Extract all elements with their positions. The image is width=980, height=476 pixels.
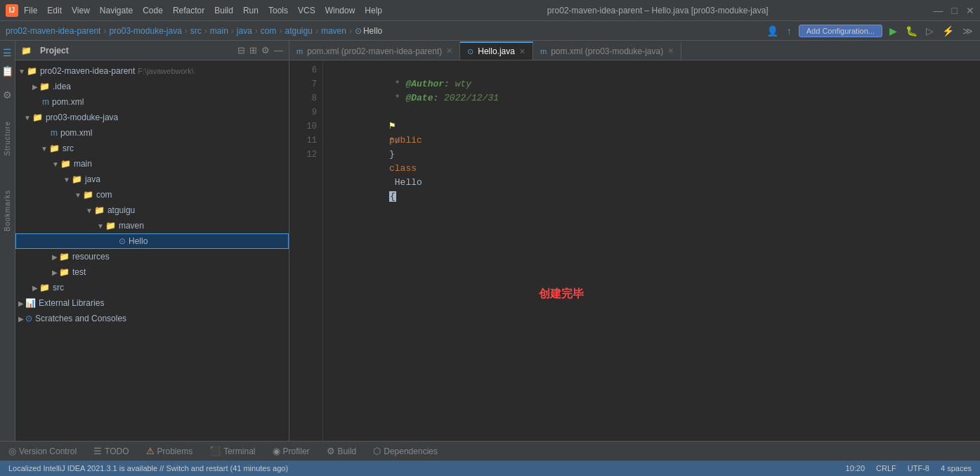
code-line-11: } (334, 134, 980, 148)
tree-external-libs[interactable]: ▶ 📊 External Libraries (15, 295, 289, 311)
menu-build[interactable]: Build (214, 6, 233, 15)
maven-arrow[interactable]: ▼ (97, 222, 104, 230)
tree-main[interactable]: ▼ 📁 main (15, 156, 289, 172)
menu-window[interactable]: Window (325, 6, 355, 15)
bottom-tab-profiler[interactable]: ◉ Profiler (270, 442, 313, 461)
bookmarks-label[interactable]: Bookmarks (4, 190, 11, 231)
menu-edit[interactable]: Edit (47, 6, 62, 15)
bottom-tab-version-control[interactable]: ◎ Version Control (6, 442, 79, 461)
tree-root[interactable]: ▼ 📁 pro02-maven-idea-parent F:\javawebwo… (15, 63, 289, 79)
maven-tool-btn[interactable]: ⚙ (1, 89, 14, 101)
breadcrumb-project[interactable]: pro02-maven-idea-parent (6, 26, 100, 36)
bottom-tabs: ◎ Version Control ☰ TODO ⚠ Problems ⬛ Te… (0, 441, 980, 461)
tree-atguigu[interactable]: ▼ 📁 atguigu (15, 202, 289, 218)
bottom-tab-build[interactable]: ⚙ Build (324, 442, 360, 461)
java-arrow[interactable]: ▼ (63, 176, 70, 184)
breadcrumb-com[interactable]: com (261, 26, 277, 36)
menu-file[interactable]: File (24, 6, 37, 15)
com-arrow[interactable]: ▼ (74, 191, 81, 199)
user-icon[interactable]: 👤 (766, 25, 778, 37)
pro03-arrow[interactable]: ▼ (24, 114, 31, 122)
breadcrumb-main[interactable]: main (210, 26, 228, 36)
tab-hello[interactable]: ⊙ Hello.java ✕ (460, 41, 533, 60)
main-arrow[interactable]: ▼ (52, 160, 59, 168)
bottom-tab-dependencies[interactable]: ⬡ Dependencies (370, 442, 440, 461)
project-settings-btn[interactable]: ⚙ (261, 45, 270, 56)
run-icon[interactable]: ▶ (889, 25, 897, 37)
status-encoding[interactable]: UTF-8 (908, 464, 929, 472)
tab-pom-parent-close[interactable]: ✕ (446, 46, 452, 56)
tree-root-src[interactable]: ▶ 📁 src (15, 280, 289, 295)
code-editor[interactable]: 6 7 8 9 10 11 12 * @Author: wty * @Date:… (289, 60, 980, 441)
author-label: @Author: (405, 79, 449, 89)
more-run-icon[interactable]: ≫ (962, 25, 973, 37)
src-arrow[interactable]: ▼ (41, 145, 48, 153)
scratches-arrow[interactable]: ▶ (18, 315, 24, 323)
idea-arrow[interactable]: ▶ (32, 83, 38, 91)
menu-view[interactable]: View (72, 6, 90, 15)
tab-pom-pro03[interactable]: m pom.xml (pro03-moduke-java) ✕ (533, 41, 681, 60)
tree-pro03-pom[interactable]: m pom.xml (15, 125, 289, 141)
ln-6: 6 (289, 63, 317, 77)
ln-8: 8 (289, 91, 317, 105)
tree-idea[interactable]: ▶ 📁 .idea (15, 79, 289, 94)
menu-code[interactable]: Code (143, 6, 163, 15)
breadcrumb-atguigu[interactable]: atguigu (285, 26, 313, 36)
tab-pom-parent[interactable]: m pom.xml (pro02-maven-idea-parent) ✕ (289, 41, 460, 60)
structure-label[interactable]: Structure (4, 121, 11, 156)
vcs-icon[interactable]: ↑ (787, 25, 792, 37)
root-src-arrow[interactable]: ▶ (32, 284, 38, 292)
test-arrow[interactable]: ▶ (52, 269, 58, 276)
build-label: Build (338, 446, 357, 456)
code-line-6: * @Author: wty (334, 63, 980, 77)
status-indent[interactable]: 4 spaces (941, 464, 972, 472)
breadcrumb-maven[interactable]: maven (321, 26, 346, 36)
tree-pro03[interactable]: ▼ 📁 pro03-moduke-java (15, 110, 289, 125)
bottom-tab-terminal[interactable]: ⬛ Terminal (207, 442, 258, 461)
tree-resources[interactable]: ▶ 📁 resources (15, 249, 289, 264)
menu-tools[interactable]: Tools (268, 6, 288, 15)
tree-com[interactable]: ▼ 📁 com (15, 187, 289, 202)
tree-hello[interactable]: ⊙ Hello (15, 233, 289, 249)
tree-scratches[interactable]: ▶ ⊙ Scratches and Consoles (15, 311, 289, 326)
breadcrumb-src[interactable]: src (190, 26, 202, 36)
debug-icon[interactable]: 🐛 (906, 25, 917, 37)
menu-help[interactable]: Help (365, 6, 382, 15)
breadcrumb-hello[interactable]: ⊙Hello (355, 26, 382, 36)
tree-src[interactable]: ▼ 📁 src (15, 141, 289, 156)
project-panel: 📁 Project ⊟ ⊞ ⚙ — ▼ 📁 pro02-maven-idea-p… (15, 41, 289, 441)
scroll-from-src-btn[interactable]: ⊞ (249, 45, 257, 56)
atguigu-arrow[interactable]: ▼ (86, 207, 93, 214)
menu-refactor[interactable]: Refactor (173, 6, 204, 15)
menu-run[interactable]: Run (243, 6, 259, 15)
menu-vcs[interactable]: VCS (298, 6, 315, 15)
code-line-9 (334, 105, 980, 120)
commit-tool-btn[interactable]: 📋 (1, 65, 14, 77)
hello-label: Hello (129, 236, 148, 246)
breadcrumb-java[interactable]: java (237, 26, 252, 36)
project-panel-close-btn[interactable]: — (274, 45, 283, 56)
bottom-tab-todo[interactable]: ☰ TODO (91, 442, 131, 461)
root-arrow[interactable]: ▼ (18, 67, 25, 75)
project-tool-btn[interactable]: ☰ (1, 46, 14, 59)
tree-test[interactable]: ▶ 📁 test (15, 264, 289, 280)
ext-libs-arrow[interactable]: ▶ (18, 300, 24, 307)
resources-arrow[interactable]: ▶ (52, 253, 58, 261)
profile-icon[interactable]: ⚡ (942, 25, 954, 37)
code-content[interactable]: * @Author: wty * @Date: 2022/12/31 ⚑ */ … (323, 60, 980, 441)
menubar[interactable]: File Edit View Navigate Code Refactor Bu… (24, 6, 382, 15)
coverage-icon[interactable]: ▷ (926, 25, 934, 37)
tab-hello-close[interactable]: ✕ (519, 47, 525, 56)
hello-tab-icon: ⊙ (467, 47, 473, 56)
tree-root-pom[interactable]: m pom.xml (15, 94, 289, 110)
tree-maven[interactable]: ▼ 📁 maven (15, 218, 289, 233)
collapse-all-btn[interactable]: ⊟ (237, 45, 245, 56)
status-linesep[interactable]: CRLF (876, 464, 896, 472)
menu-navigate[interactable]: Navigate (100, 6, 133, 15)
add-configuration-button[interactable]: Add Configuration... (799, 25, 882, 37)
tab-pom-pro03-close[interactable]: ✕ (667, 46, 674, 56)
terminal-label: Terminal (223, 446, 255, 456)
bottom-tab-problems[interactable]: ⚠ Problems (143, 442, 196, 461)
tree-java[interactable]: ▼ 📁 java (15, 172, 289, 187)
breadcrumb-module[interactable]: pro03-moduke-java (109, 26, 181, 36)
